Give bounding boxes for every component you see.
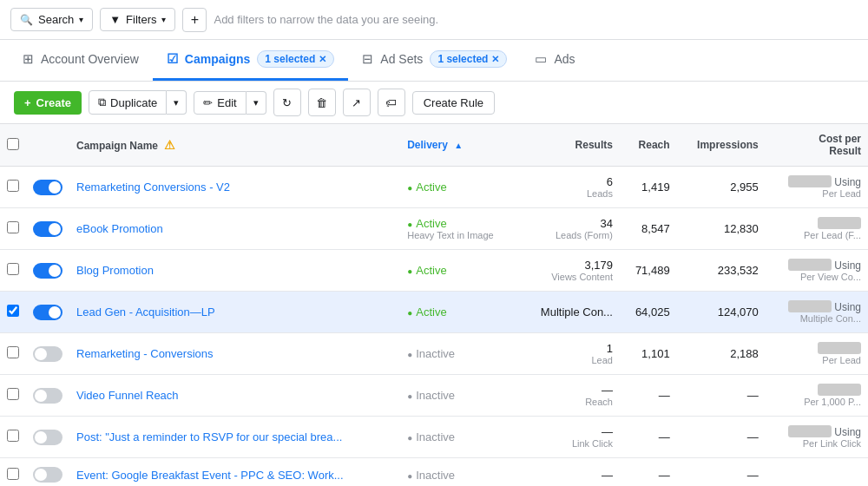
tab-campaigns[interactable]: ☑ Campaigns 1 selected ✕ (153, 40, 349, 81)
row-toggle-cell[interactable] (26, 375, 69, 417)
campaign-toggle[interactable] (33, 263, 62, 279)
edit-button[interactable]: ✏ Edit (194, 91, 246, 115)
row-checkbox[interactable] (7, 221, 19, 233)
row-toggle-cell[interactable] (26, 250, 69, 292)
search-label: Search (38, 13, 74, 26)
row-checkbox-cell[interactable] (0, 167, 26, 208)
row-checkbox[interactable] (7, 263, 19, 275)
row-results: 1 Lead (518, 333, 620, 375)
row-reach: — (620, 375, 677, 417)
campaign-name-link[interactable]: Blog Promotion (76, 264, 154, 277)
table-header-row: Campaign Name ⚠ Delivery ▲ Results Reach… (0, 124, 868, 167)
row-checkbox[interactable] (7, 468, 19, 480)
row-cost-per-result: Per 1,000 P... (766, 375, 868, 417)
search-icon: 🔍 (20, 14, 33, 26)
table-row: Blog Promotion ●Active 3,179 Views Conte… (0, 250, 868, 292)
header-checkbox-cell[interactable] (0, 124, 26, 167)
row-campaign-name[interactable]: Remarketing Conversions - V2 (69, 167, 400, 208)
results-value: — (525, 425, 613, 438)
top-bar: 🔍 Search ▾ ▼ Filters ▾ + Add filters to … (0, 0, 868, 40)
campaign-toggle[interactable] (33, 430, 62, 445)
row-checkbox-cell[interactable] (0, 375, 26, 417)
trash-icon: 🗑 (316, 96, 327, 109)
row-impressions: — (677, 375, 766, 417)
row-campaign-name[interactable]: Lead Gen - Acquisition—LP (69, 292, 400, 333)
toggle-slider (33, 221, 62, 237)
campaign-toggle[interactable] (33, 346, 62, 362)
refresh-button[interactable]: ↻ (273, 89, 301, 116)
delete-button[interactable]: 🗑 (308, 89, 336, 116)
row-delivery: ●Inactive (400, 417, 518, 458)
campaign-name-link[interactable]: Video Funnel Reach (76, 389, 179, 402)
campaign-name-link[interactable]: Remarketing Conversions - V2 (76, 181, 230, 194)
tab-ads[interactable]: ▭ Ads (521, 40, 589, 81)
campaign-toggle[interactable] (33, 388, 62, 404)
row-checkbox-cell[interactable] (0, 333, 26, 375)
campaign-toggle[interactable] (33, 305, 62, 320)
campaign-toggle[interactable] (33, 180, 62, 195)
duplicate-button[interactable]: ⧉ Duplicate (89, 90, 167, 115)
campaign-name-link[interactable]: Remarketing - Conversions (76, 347, 214, 360)
cost-sub-label: Per Lead (773, 188, 861, 199)
row-reach: 71,489 (620, 250, 677, 292)
row-toggle-cell[interactable] (26, 208, 69, 250)
row-checkbox-cell[interactable] (0, 292, 26, 333)
row-toggle-cell[interactable] (26, 417, 69, 458)
row-checkbox[interactable] (7, 305, 19, 317)
status-dot-icon: ● (407, 391, 412, 401)
row-campaign-name[interactable]: Remarketing - Conversions (69, 333, 400, 375)
row-toggle-cell[interactable] (26, 458, 69, 487)
export-button[interactable]: ↗ (343, 89, 371, 116)
row-results: 6 Leads (518, 167, 620, 208)
campaign-name-link[interactable]: eBook Promotion (76, 222, 163, 235)
tag-button[interactable]: 🏷 (378, 89, 405, 116)
delivery-status: ●Active (407, 305, 511, 319)
row-campaign-name[interactable]: eBook Promotion (69, 208, 400, 250)
ad-sets-badge-close[interactable]: ✕ (491, 54, 499, 65)
header-delivery[interactable]: Delivery ▲ (400, 124, 518, 167)
table-row: Lead Gen - Acquisition—LP ●Active Multip… (0, 292, 868, 333)
edit-dropdown[interactable]: ▾ (247, 91, 266, 115)
delivery-status: ●Active (407, 181, 511, 194)
campaign-toggle[interactable] (33, 221, 62, 237)
create-button[interactable]: + Create (14, 91, 82, 115)
campaigns-badge-close[interactable]: ✕ (319, 54, 326, 65)
create-rule-button[interactable]: Create Rule (412, 91, 495, 115)
cost-sub-label: Per 1,000 P... (773, 397, 861, 407)
row-campaign-name[interactable]: Video Funnel Reach (69, 375, 400, 417)
campaign-name-link[interactable]: Event: Google Breakfast Event - PPC & SE… (76, 469, 344, 482)
cost-sub-label: Per Lead (773, 355, 861, 365)
campaign-name-link[interactable]: Post: "Just a reminder to RSVP for our s… (76, 430, 342, 443)
campaign-toggle[interactable] (33, 467, 62, 483)
row-campaign-name[interactable]: Post: "Just a reminder to RSVP for our s… (69, 417, 400, 458)
row-toggle-cell[interactable] (26, 333, 69, 375)
filters-button[interactable]: ▼ Filters ▾ (100, 8, 175, 31)
tab-account-overview[interactable]: ⊞ Account Overview (9, 40, 153, 81)
tab-ads-label: Ads (554, 52, 575, 66)
add-filter-button[interactable]: + (182, 8, 207, 32)
row-impressions: 2,188 (677, 333, 766, 375)
row-campaign-name[interactable]: Blog Promotion (69, 250, 400, 292)
search-button[interactable]: 🔍 Search ▾ (10, 8, 93, 31)
table-row: Remarketing - Conversions ●Inactive 1 Le… (0, 333, 868, 375)
duplicate-dropdown[interactable]: ▾ (167, 90, 187, 115)
campaign-name-link[interactable]: Lead Gen - Acquisition—LP (76, 305, 215, 319)
row-checkbox[interactable] (7, 346, 19, 358)
row-checkbox-cell[interactable] (0, 417, 26, 458)
header-impressions: Impressions (677, 124, 766, 167)
row-campaign-name[interactable]: Event: Google Breakfast Event - PPC & SE… (69, 458, 400, 487)
tab-ad-sets[interactable]: ⊟ Ad Sets 1 selected ✕ (348, 40, 521, 81)
select-all-checkbox[interactable] (7, 138, 19, 150)
row-cost-per-result: Per Lead (F... (766, 208, 868, 250)
row-checkbox-cell[interactable] (0, 458, 26, 487)
row-checkbox-cell[interactable] (0, 208, 26, 250)
row-checkbox[interactable] (7, 388, 19, 400)
row-checkbox[interactable] (7, 430, 19, 442)
tab-campaigns-label: Campaigns (185, 52, 250, 66)
row-checkbox[interactable] (7, 180, 19, 192)
filter-icon: ▼ (109, 13, 121, 26)
row-toggle-cell[interactable] (26, 167, 69, 208)
tag-icon: 🏷 (385, 96, 397, 109)
row-checkbox-cell[interactable] (0, 250, 26, 292)
row-toggle-cell[interactable] (26, 292, 69, 333)
